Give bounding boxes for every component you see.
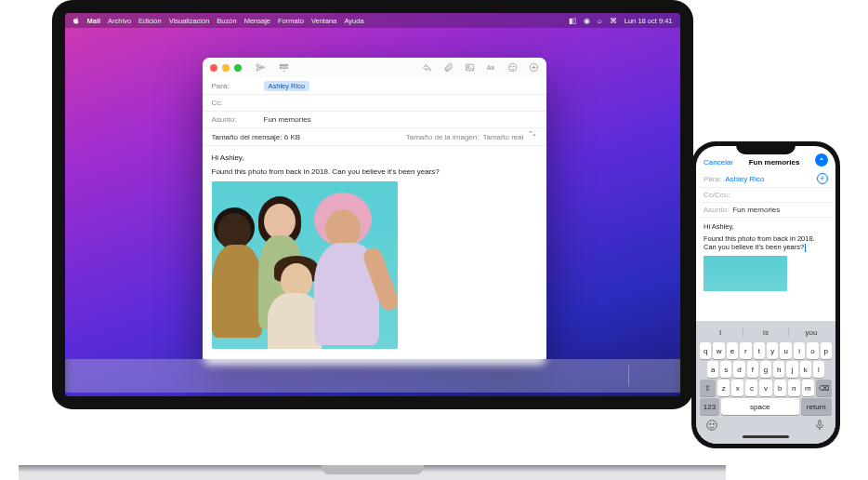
- dock-app-icon[interactable]: [492, 363, 516, 387]
- control-center-icon[interactable]: ⌘: [610, 17, 617, 25]
- iphone-message-body[interactable]: Hi Ashley, Found this photo from back in…: [696, 218, 835, 296]
- key-shift[interactable]: ⇧: [700, 380, 716, 396]
- dock-app-icon[interactable]: [114, 363, 138, 387]
- minimize-button[interactable]: [222, 64, 230, 72]
- dock-app-icon[interactable]: [357, 363, 381, 387]
- photo-icon[interactable]: [465, 62, 475, 74]
- menubar-item[interactable]: Archivo: [108, 17, 131, 25]
- prediction[interactable]: you: [788, 328, 834, 337]
- key-return[interactable]: return: [801, 398, 832, 415]
- menubar-item[interactable]: Ayuda: [344, 17, 363, 25]
- key-e[interactable]: e: [727, 342, 738, 359]
- menubar-item[interactable]: Formato: [278, 17, 304, 25]
- dock-app-icon[interactable]: [519, 363, 543, 387]
- close-button[interactable]: [210, 64, 217, 72]
- attach-icon[interactable]: [443, 62, 454, 74]
- prediction[interactable]: is: [743, 328, 788, 337]
- menubar-item[interactable]: Buzón: [217, 17, 236, 25]
- add-contact-icon[interactable]: +: [817, 173, 828, 184]
- apple-logo-icon[interactable]: [72, 17, 80, 24]
- key-g[interactable]: g: [760, 361, 771, 378]
- wifi-icon[interactable]: ◉: [584, 17, 590, 25]
- dock-app-icon[interactable]: [411, 363, 435, 387]
- key-y[interactable]: y: [767, 342, 778, 359]
- dock-app-icon[interactable]: [572, 363, 597, 387]
- dock-app-icon[interactable]: [661, 363, 680, 387]
- key-i[interactable]: i: [794, 342, 805, 359]
- key-j[interactable]: j: [786, 361, 797, 378]
- home-indicator[interactable]: [743, 435, 789, 438]
- dock-app-icon[interactable]: [384, 363, 408, 387]
- dock-app-icon[interactable]: [634, 363, 658, 387]
- image-size-select[interactable]: Tamaño real: [482, 133, 523, 141]
- dock-app-icon[interactable]: [65, 363, 85, 387]
- iphone-subject-row[interactable]: Asunto: Fun memories: [696, 203, 835, 218]
- attached-photo[interactable]: [212, 181, 398, 349]
- dock-app-icon[interactable]: [222, 363, 246, 387]
- dock-app-icon[interactable]: [546, 363, 570, 387]
- battery-icon[interactable]: ▮▯: [569, 17, 576, 25]
- markup-icon[interactable]: [529, 62, 539, 74]
- key-space[interactable]: space: [721, 398, 799, 415]
- key-a[interactable]: a: [707, 361, 718, 378]
- emoji-icon[interactable]: [507, 62, 518, 74]
- dock-app-icon[interactable]: [599, 363, 624, 387]
- dock-app-icon[interactable]: [168, 363, 192, 387]
- dock-app-icon[interactable]: [330, 363, 354, 387]
- key-d[interactable]: d: [733, 361, 744, 378]
- dock-app-icon[interactable]: [87, 363, 112, 387]
- menubar-item[interactable]: Visualización: [169, 17, 210, 25]
- key-h[interactable]: h: [773, 361, 784, 378]
- key-l[interactable]: l: [813, 361, 824, 378]
- key-o[interactable]: o: [807, 342, 818, 359]
- format-icon[interactable]: Aa: [486, 62, 496, 74]
- emoji-keyboard-icon[interactable]: [705, 419, 718, 433]
- header-fields-icon[interactable]: [279, 62, 289, 74]
- key-z[interactable]: z: [717, 380, 730, 396]
- key-c[interactable]: c: [745, 380, 757, 396]
- reply-icon[interactable]: [422, 62, 432, 74]
- key-p[interactable]: p: [821, 342, 832, 359]
- search-icon[interactable]: ⌕: [598, 17, 602, 25]
- message-body[interactable]: Hi Ashley, Found this photo from back in…: [203, 146, 546, 365]
- menubar-clock[interactable]: Lun 18 oct 9:41: [625, 17, 673, 25]
- dock-app-icon[interactable]: [195, 363, 219, 387]
- zoom-button[interactable]: [234, 64, 242, 72]
- prediction[interactable]: I: [698, 328, 743, 337]
- key-u[interactable]: u: [780, 342, 791, 359]
- menubar-app-name[interactable]: Mail: [87, 17, 101, 25]
- key-s[interactable]: s: [720, 361, 731, 378]
- key-b[interactable]: b: [774, 380, 786, 396]
- iphone-cc-row[interactable]: Cc/Cco:: [696, 188, 835, 203]
- key-t[interactable]: t: [754, 342, 765, 359]
- recipient-token[interactable]: Ashley Rico: [264, 81, 310, 91]
- menubar-item[interactable]: Edición: [138, 17, 162, 25]
- menubar-item[interactable]: Ventana: [311, 17, 337, 25]
- key-x[interactable]: x: [731, 380, 743, 396]
- key-v[interactable]: v: [759, 380, 771, 396]
- cancel-button[interactable]: Cancelar: [704, 158, 733, 167]
- to-field-row[interactable]: Para: Ashley Rico: [203, 78, 546, 95]
- key-m[interactable]: m: [802, 380, 814, 396]
- key-r[interactable]: r: [740, 342, 751, 359]
- dock-app-icon[interactable]: [276, 363, 300, 387]
- subject-field-row[interactable]: Asunto: Fun memories: [203, 112, 546, 128]
- key-n[interactable]: n: [788, 380, 800, 396]
- send-button[interactable]: [815, 153, 828, 167]
- key-f[interactable]: f: [747, 361, 758, 378]
- cc-field-row[interactable]: Cc:: [203, 95, 546, 112]
- dock-app-icon[interactable]: [303, 363, 327, 387]
- iphone-to-row[interactable]: Para: Ashley Rico +: [696, 170, 835, 188]
- dictation-icon[interactable]: [813, 419, 826, 433]
- key-k[interactable]: k: [800, 361, 811, 378]
- key-w[interactable]: w: [713, 342, 724, 359]
- key-q[interactable]: q: [700, 342, 711, 359]
- menubar-item[interactable]: Mensaje: [244, 17, 270, 25]
- dock-app-icon[interactable]: [465, 363, 489, 387]
- send-icon[interactable]: [256, 62, 266, 74]
- dock-app-icon[interactable]: [249, 363, 273, 387]
- key-delete[interactable]: ⌫: [816, 380, 832, 396]
- stepper-icon[interactable]: [528, 131, 537, 142]
- dock-app-icon[interactable]: [141, 363, 165, 387]
- dock-app-icon[interactable]: [438, 363, 462, 387]
